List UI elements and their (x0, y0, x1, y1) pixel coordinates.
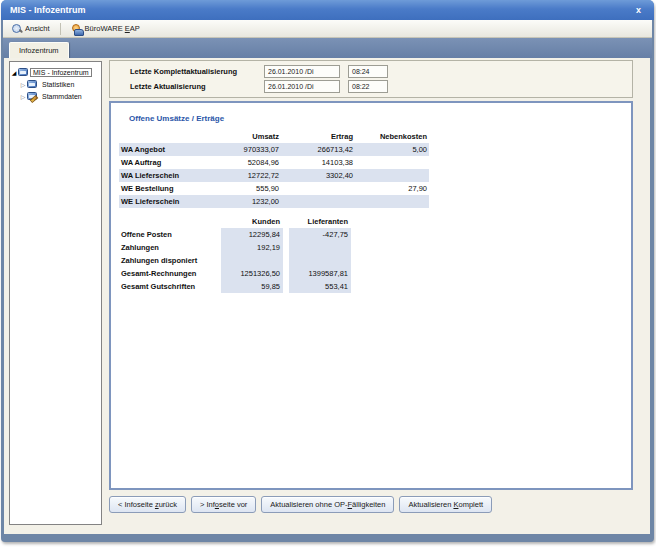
accounts-table: KundenLieferantenOffene Posten12295,84-4… (119, 215, 359, 293)
ansicht-button[interactable]: Ansicht (7, 23, 55, 35)
footer-button-bar: < Infoseite zurück> Infoseite vorAktuali… (109, 496, 492, 513)
table-row: Gesamt-Rechnungen1251326,501399587,81 (119, 267, 359, 280)
ansicht-button-label: Ansicht (25, 24, 50, 33)
toolbar: Ansicht BüroWARE EAP (3, 20, 652, 38)
content-area: ◢MIS - Infozentrum▷Statistiken▷Stammdate… (4, 58, 650, 534)
cell-value: 27,90 (355, 184, 429, 193)
infoseite-vor-button[interactable]: > Infoseite vor (191, 496, 256, 513)
cell-value: 14103,38 (281, 158, 355, 167)
update-info-label: Letzte Aktualisierung (130, 82, 206, 91)
cell-value: 1399587,81 (289, 267, 351, 280)
cell-value: 5,00 (355, 145, 429, 154)
stammdaten-node-icon (27, 92, 37, 100)
cell-value: 52084,96 (223, 158, 281, 167)
column-header: Lieferanten (289, 215, 351, 228)
row-label: Gesamt Gutschriften (119, 282, 221, 291)
close-icon[interactable]: x (632, 4, 645, 16)
tree-item-stammdaten[interactable]: ▷Stammdaten (10, 90, 101, 102)
row-label: Gesamt-Rechnungen (119, 269, 221, 278)
update-date-field[interactable]: 26.01.2010 /Di (264, 80, 340, 93)
cell-value: 192,19 (221, 241, 283, 254)
aktualisieren-ohne-op-button[interactable]: Aktualisieren ohne OP-Fälligkeiten (261, 496, 394, 513)
tree-item-label: Statistiken (39, 80, 77, 89)
row-label: WA Lieferschein (119, 171, 223, 180)
tree-item-label: MIS - Infozentrum (30, 68, 92, 77)
cell-value: 553,41 (289, 280, 351, 293)
euroware-eap-icon (71, 24, 82, 34)
update-info-panel: Letzte Komplettaktualisierung26.01.2010 … (109, 60, 633, 98)
infocenter-report-panel: Offene Umsätze / Erträge UmsatzErtragNeb… (109, 101, 633, 490)
tree-item-label: Stammdaten (39, 92, 85, 101)
update-info-label: Letzte Komplettaktualisierung (130, 67, 237, 76)
open-sales-table: UmsatzErtragNebenkostenWA Angebot970333,… (119, 130, 429, 208)
tab-infozentrum[interactable]: Infozentrum (9, 42, 69, 58)
tree-collapsed-arrow-icon[interactable]: ▷ (19, 81, 27, 88)
cell-value: 555,90 (223, 184, 281, 193)
cell-value: -427,75 (289, 228, 351, 241)
table-row: WA Auftrag52084,9614103,38 (119, 156, 429, 169)
euroware-eap-button-label: BüroWARE EAP (85, 24, 140, 33)
application-window: MIS - Infozentrum x Ansicht BüroWARE EAP… (1, 0, 654, 542)
tree-item-statistiken[interactable]: ▷Statistiken (10, 78, 101, 90)
row-label: WA Auftrag (119, 158, 223, 167)
cell-value (289, 241, 351, 254)
cell-value: 59,85 (221, 280, 283, 293)
row-label: WE Bestellung (119, 184, 223, 193)
window-title: MIS - Infozentrum (10, 5, 86, 15)
cell-value (289, 254, 351, 267)
table-row: Zahlungen disponiert (119, 254, 359, 267)
update-info-row: Letzte Aktualisierung26.01.2010 /Di08:22 (110, 80, 632, 93)
navigation-tree[interactable]: ◢MIS - Infozentrum▷Statistiken▷Stammdate… (9, 61, 102, 525)
open-sales-header-row: UmsatzErtragNebenkosten (119, 130, 429, 143)
cell-value: 12722,72 (223, 171, 281, 180)
row-label: WA Angebot (119, 145, 223, 154)
table-row: WA Lieferschein12722,723302,40 (119, 169, 429, 182)
row-label: Zahlungen disponiert (119, 256, 221, 265)
ansicht-magnifier-icon (12, 24, 22, 34)
update-info-row: Letzte Komplettaktualisierung26.01.2010 … (110, 65, 632, 78)
table-row: WE Bestellung555,9027,90 (119, 182, 429, 195)
tree-collapsed-arrow-icon[interactable]: ▷ (19, 93, 27, 100)
row-label: Zahlungen (119, 243, 221, 252)
column-header: Ertrag (281, 132, 355, 141)
row-label: Offene Posten (119, 230, 221, 239)
column-header: Kunden (221, 215, 283, 228)
mis-node-icon (18, 68, 28, 76)
infoseite-zurueck-button[interactable]: < Infoseite zurück (109, 496, 186, 513)
tree-item-mis-infozentrum[interactable]: ◢MIS - Infozentrum (10, 66, 101, 78)
table-row: Gesamt Gutschriften59,85553,41 (119, 280, 359, 293)
update-time-field[interactable]: 08:22 (348, 80, 388, 93)
table-row: Offene Posten12295,84-427,75 (119, 228, 359, 241)
table-row: WE Lieferschein1232,00 (119, 195, 429, 208)
update-time-field[interactable]: 08:24 (348, 65, 388, 78)
column-header: Umsatz (223, 132, 281, 141)
cell-value: 266713,42 (281, 145, 355, 154)
update-date-field[interactable]: 26.01.2010 /Di (264, 65, 340, 78)
tabstrip: Infozentrum (3, 38, 652, 58)
cell-value: 970333,07 (223, 145, 281, 154)
section-title: Offene Umsätze / Erträge (129, 114, 224, 123)
table-row: Zahlungen192,19 (119, 241, 359, 254)
toolbar-separator (60, 23, 61, 35)
cell-value: 1251326,50 (221, 267, 283, 280)
statistiken-node-icon (27, 80, 37, 88)
accounts-header-row: KundenLieferanten (119, 215, 359, 228)
cell-value: 3302,40 (281, 171, 355, 180)
aktualisieren-komplett-button[interactable]: Aktualisieren Komplett (399, 496, 492, 513)
column-header: Nebenkosten (355, 132, 429, 141)
cell-value: 1232,00 (223, 197, 281, 206)
euroware-eap-button[interactable]: BüroWARE EAP (66, 23, 145, 35)
tree-expanded-arrow-icon[interactable]: ◢ (10, 69, 18, 76)
table-row: WA Angebot970333,07266713,425,00 (119, 143, 429, 156)
titlebar[interactable]: MIS - Infozentrum x (1, 0, 654, 20)
cell-value: 12295,84 (221, 228, 283, 241)
cell-value (221, 254, 283, 267)
row-label: WE Lieferschein (119, 197, 223, 206)
